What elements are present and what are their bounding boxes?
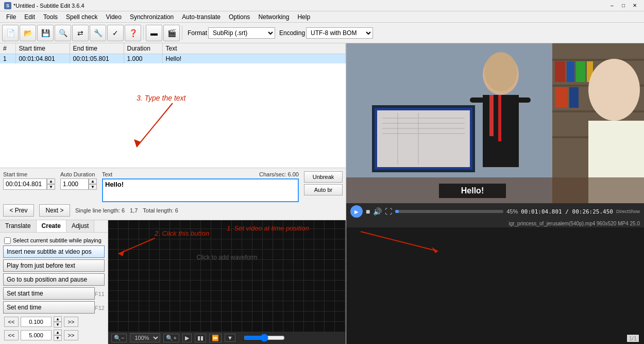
start-time-up[interactable]: ▲	[47, 178, 55, 184]
menu-auto-translate[interactable]: Auto-translate	[178, 11, 225, 22]
stop-button[interactable]: ■	[366, 207, 370, 216]
zoom-out-icon[interactable]: 🔍−	[111, 334, 127, 342]
tab-translate[interactable]: Translate	[0, 220, 37, 232]
edit-area: Start time ▲ ▼ Auto Duration	[0, 168, 346, 220]
menu-networking[interactable]: Networking	[254, 11, 293, 22]
subtitle-table: # Start time End time Duration Text 1 00…	[0, 43, 346, 63]
svg-rect-14	[555, 61, 565, 82]
cell-text: Hello!	[162, 54, 346, 64]
prev-button[interactable]: < Prev	[3, 204, 34, 217]
check-button[interactable]: ✓	[107, 25, 124, 41]
save-button[interactable]: 💾	[37, 25, 54, 41]
time-ctrl-down-2[interactable]: ▼	[54, 335, 62, 341]
text-field-label: Text	[102, 171, 112, 177]
start-time-input[interactable]	[3, 178, 47, 190]
menu-help[interactable]: Help	[293, 11, 314, 22]
time-ctrl-back-2[interactable]: <<	[4, 330, 19, 340]
menu-options[interactable]: Options	[225, 11, 254, 22]
menu-file[interactable]: File	[2, 11, 20, 22]
select-while-playing-checkbox[interactable]	[4, 237, 11, 244]
open-button[interactable]: 📂	[20, 25, 36, 41]
table-row[interactable]: 1 00:01:04.801 00:01:05.801 1.000 Hello!	[0, 54, 346, 64]
subtitle-table-container: # Start time End time Duration Text 1 00…	[0, 43, 346, 168]
fullscreen-button[interactable]: ⛶	[385, 207, 392, 216]
svg-rect-32	[498, 95, 501, 141]
auto-duration-down[interactable]: ▼	[89, 184, 97, 190]
auto-br-button[interactable]: Auto br	[304, 184, 343, 195]
cell-duration: 1.000	[124, 54, 162, 64]
volume-button[interactable]: 🔊	[373, 207, 382, 216]
auto-duration-input[interactable]	[60, 178, 89, 190]
col-header-text: Text	[162, 43, 346, 54]
start-time-down[interactable]: ▼	[47, 184, 55, 190]
time-ctrl-input-1[interactable]	[21, 317, 52, 327]
close-button[interactable]: ✕	[630, 1, 640, 10]
auto-duration-up[interactable]: ▲	[89, 178, 97, 184]
app-icon: S	[4, 2, 11, 9]
svg-rect-31	[489, 95, 494, 136]
tabs-panel: Translate Create Adjust Select current s…	[0, 220, 108, 345]
menu-spell-check[interactable]: Spell check	[62, 11, 101, 22]
time-ctrl-input-2[interactable]	[21, 330, 52, 340]
time-ctrl-up-1[interactable]: ▲	[54, 316, 62, 322]
unbreak-button[interactable]: Unbreak	[304, 171, 343, 183]
go-to-sub-button[interactable]: Go to sub position and pause	[3, 273, 105, 286]
edit-row1: Start time ▲ ▼ Auto Duration	[3, 171, 343, 202]
waveform-canvas[interactable]: Click to add waveform	[108, 220, 346, 332]
svg-line-0	[137, 103, 173, 147]
encoding-select[interactable]: UTF-8 with BOM	[306, 27, 373, 39]
menu-video[interactable]: Video	[101, 11, 125, 22]
insert-subtitle-button[interactable]: Insert new subtitle at video pos	[3, 245, 105, 258]
time-control-row-2: << ▲ ▼ >>	[3, 329, 105, 342]
zoom-select[interactable]: 100%	[130, 333, 160, 342]
file-info-text: igr_princess_of_jerusalem(540p).mp4 960x…	[509, 221, 640, 226]
direct-show-label: DirectShow	[616, 209, 640, 214]
video-button[interactable]: 🎬	[163, 25, 180, 41]
maximize-button[interactable]: □	[618, 1, 629, 10]
start-time-group: Start time ▲ ▼	[3, 171, 55, 190]
waveform-nav-button[interactable]: ⏩	[209, 334, 222, 342]
cell-start: 00:01:04.801	[15, 54, 70, 64]
waveform-play-button[interactable]: ▶	[182, 334, 192, 342]
set-start-time-button[interactable]: Set start time	[3, 287, 95, 300]
new-button[interactable]: 📄	[2, 25, 19, 41]
time-ctrl-up-2[interactable]: ▲	[54, 330, 62, 335]
time-ctrl-fwd-2[interactable]: >>	[64, 330, 78, 340]
time-ctrl-fwd-1[interactable]: >>	[64, 317, 78, 327]
waveform-slider[interactable]	[244, 334, 285, 342]
tab-create[interactable]: Create	[37, 220, 66, 232]
zoom-in-button[interactable]: 🔍+	[163, 334, 179, 342]
progress-bar[interactable]	[395, 210, 503, 213]
time-ctrl-down-1[interactable]: ▼	[54, 322, 62, 327]
window-title: *Untitled - Subtitle Edit 3.6.4	[13, 3, 84, 9]
tab-row: Translate Create Adjust	[0, 220, 108, 233]
menu-edit[interactable]: Edit	[20, 11, 39, 22]
next-button[interactable]: Next >	[39, 204, 70, 217]
waveform-button[interactable]: ▬	[146, 25, 162, 41]
start-time-label: Start time	[3, 171, 55, 177]
svg-rect-10	[552, 59, 644, 61]
set-end-time-row: Set end time F12	[3, 301, 105, 315]
menu-synchronization[interactable]: Synchronization	[126, 11, 178, 22]
toolbar-separator-2	[182, 26, 182, 40]
waveform-options-button[interactable]: ▼	[225, 334, 235, 342]
tab-adjust[interactable]: Adjust	[66, 220, 94, 232]
play-button[interactable]: ▶	[350, 205, 363, 218]
file-info: igr_princess_of_jerusalem(540p).mp4 960x…	[346, 220, 644, 227]
menu-tools[interactable]: Tools	[39, 11, 62, 22]
time-ctrl-back-1[interactable]: <<	[4, 317, 19, 327]
play-before-button[interactable]: Play from just before text	[3, 259, 105, 272]
help-button[interactable]: ❓	[125, 25, 141, 41]
progress-fill	[395, 210, 398, 213]
line-info-mid: 1,7	[130, 207, 138, 214]
replace-button[interactable]: ⇄	[72, 25, 89, 41]
find-button[interactable]: 🔍	[55, 25, 71, 41]
fix-button[interactable]: 🔧	[90, 25, 106, 41]
minimize-button[interactable]: –	[607, 1, 617, 10]
subtitle-text-input[interactable]: Hello!	[102, 178, 299, 202]
waveform-mode-button[interactable]: ▮▮	[195, 334, 206, 342]
svg-rect-33	[470, 97, 484, 103]
svg-rect-16	[576, 61, 585, 82]
set-end-time-button[interactable]: Set end time	[3, 301, 95, 314]
format-select[interactable]: SubRip (.srt)	[208, 27, 275, 39]
